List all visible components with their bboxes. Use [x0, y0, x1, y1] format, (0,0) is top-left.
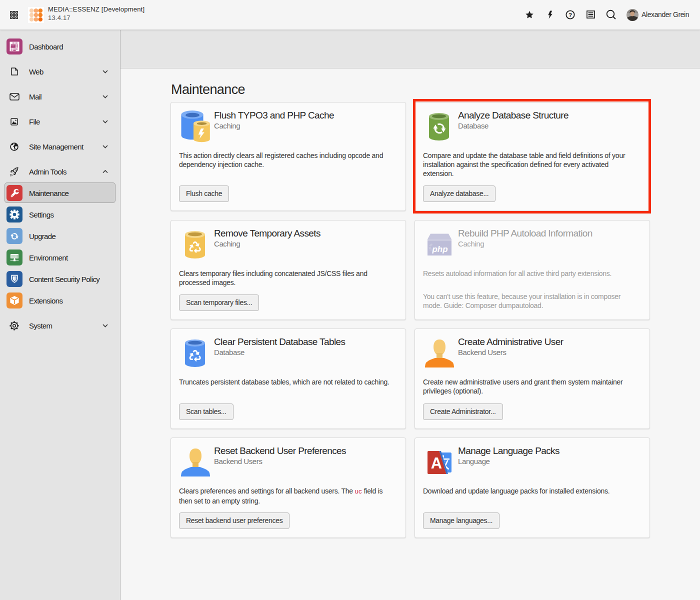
svg-text:php: php	[432, 244, 448, 254]
svg-text:A: A	[431, 454, 442, 472]
svg-text:?: ?	[568, 12, 572, 18]
